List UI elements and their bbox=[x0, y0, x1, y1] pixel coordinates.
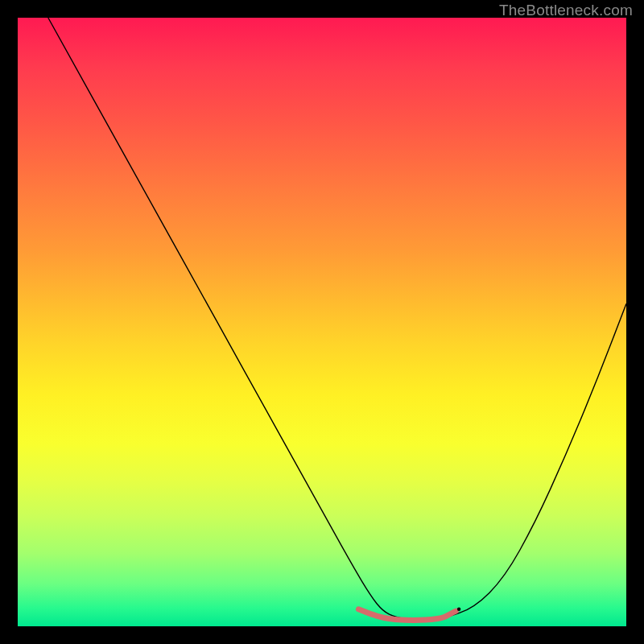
watermark-text: TheBottleneck.com bbox=[499, 2, 633, 19]
curve-line bbox=[48, 18, 626, 620]
curve-dot-marker bbox=[457, 608, 460, 611]
chart-overlay bbox=[18, 18, 626, 626]
bottom-highlight-line bbox=[358, 609, 456, 621]
chart-canvas: TheBottleneck.com bbox=[0, 0, 644, 644]
